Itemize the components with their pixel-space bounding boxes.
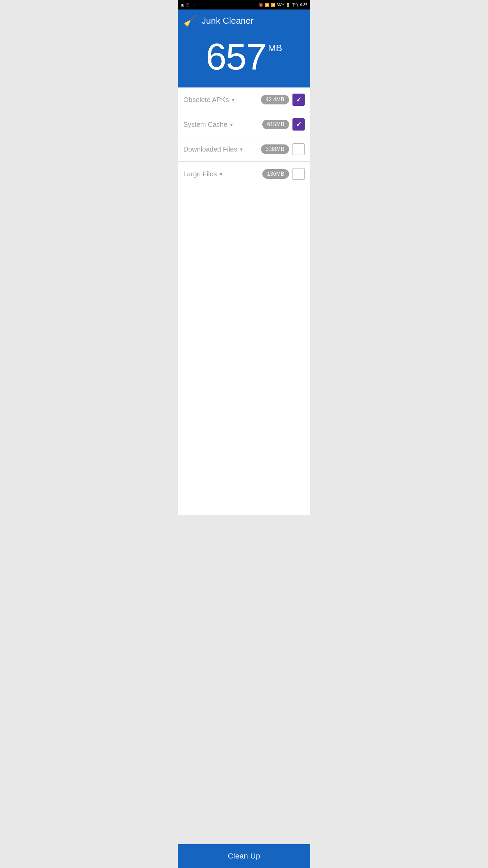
battery-icon: 🔋 xyxy=(286,3,290,7)
list-item: System Cache ▾ 615MB xyxy=(178,112,310,137)
app-title: Junk Cleaner xyxy=(202,16,253,26)
app-header: 🧹 Junk Cleaner xyxy=(178,9,310,31)
obsolete-apks-checkbox[interactable] xyxy=(292,94,305,106)
phone-icon: 📱 xyxy=(185,3,190,7)
grid-icon: ⊞ xyxy=(191,3,195,7)
clean-up-button[interactable]: Clean Up xyxy=(178,844,310,868)
battery-text: 36% xyxy=(277,3,284,7)
system-cache-checkbox[interactable] xyxy=(292,118,305,131)
signal-icon: 📶 xyxy=(271,3,276,7)
downloaded-files-label: Downloaded Files xyxy=(183,145,237,153)
large-files-checkbox[interactable] xyxy=(292,168,305,180)
time: 下午 9:37 xyxy=(292,2,307,7)
broom-icon: 🧹 xyxy=(183,14,197,27)
total-size-unit: MB xyxy=(268,43,282,54)
size-display: 657 MB xyxy=(206,38,282,75)
status-bar-left: ▣ 📱 ⊞ xyxy=(181,3,195,7)
chevron-down-icon[interactable]: ▾ xyxy=(240,146,243,153)
list-item-right: 42.4MB xyxy=(261,94,305,106)
junk-list: Obsolete APKs ▾ 42.4MB System Cache ▾ 61… xyxy=(178,87,310,515)
image-icon: ▣ xyxy=(181,3,184,7)
list-item: Obsolete APKs ▾ 42.4MB xyxy=(178,87,310,112)
status-bar: ▣ 📱 ⊞ 🔇 📶 📶 36% 🔋 下午 9:37 xyxy=(178,0,310,9)
hero-section: 657 MB xyxy=(178,31,310,87)
obsolete-apks-size: 42.4MB xyxy=(261,95,289,104)
list-item: Large Files ▾ 136MB xyxy=(178,162,310,186)
list-item: Downloaded Files ▾ 3.38MB xyxy=(178,137,310,162)
total-size-number: 657 xyxy=(206,38,266,75)
large-files-size: 136MB xyxy=(262,169,289,179)
empty-area xyxy=(178,515,310,845)
list-item-left: Downloaded Files ▾ xyxy=(183,145,243,153)
system-cache-size: 615MB xyxy=(262,120,289,129)
list-item-right: 615MB xyxy=(262,118,305,131)
large-files-label: Large Files xyxy=(183,170,217,178)
chevron-down-icon[interactable]: ▾ xyxy=(220,171,222,177)
list-item-right: 3.38MB xyxy=(261,143,305,155)
system-cache-label: System Cache xyxy=(183,121,227,129)
mute-icon: 🔇 xyxy=(259,3,263,7)
wifi-icon: 📶 xyxy=(265,3,269,7)
list-item-left: System Cache ▾ xyxy=(183,121,233,129)
downloaded-files-checkbox[interactable] xyxy=(292,143,305,155)
status-bar-right: 🔇 📶 📶 36% 🔋 下午 9:37 xyxy=(259,2,308,7)
list-item-left: Obsolete APKs ▾ xyxy=(183,96,235,104)
obsolete-apks-label: Obsolete APKs xyxy=(183,96,229,104)
chevron-down-icon[interactable]: ▾ xyxy=(230,121,233,128)
downloaded-files-size: 3.38MB xyxy=(261,144,289,154)
chevron-down-icon[interactable]: ▾ xyxy=(232,97,235,103)
list-item-right: 136MB xyxy=(262,168,305,180)
list-item-left: Large Files ▾ xyxy=(183,170,222,178)
